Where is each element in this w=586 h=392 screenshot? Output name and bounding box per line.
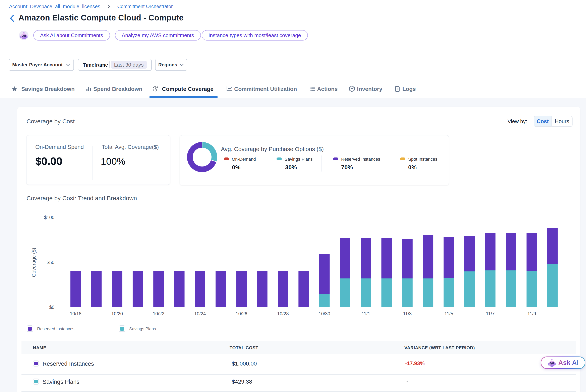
svg-text:10/28: 10/28	[277, 311, 289, 316]
svg-text:10/20: 10/20	[111, 311, 123, 316]
svg-text:Coverage ($): Coverage ($)	[31, 248, 37, 277]
svg-text:10/22: 10/22	[153, 311, 164, 316]
svg-text:11/7: 11/7	[486, 311, 494, 316]
svg-text:$0: $0	[49, 305, 54, 310]
svg-text:10/18: 10/18	[70, 311, 82, 316]
svg-text:11/1: 11/1	[362, 311, 370, 316]
svg-text:11/5: 11/5	[444, 311, 453, 316]
svg-text:10/26: 10/26	[236, 311, 247, 316]
svg-text:$100: $100	[44, 215, 54, 220]
svg-text:$50: $50	[47, 260, 54, 265]
svg-text:11/3: 11/3	[403, 311, 412, 316]
svg-text:11/9: 11/9	[527, 311, 536, 316]
svg-text:10/30: 10/30	[319, 311, 330, 316]
svg-text:10/24: 10/24	[194, 311, 206, 316]
